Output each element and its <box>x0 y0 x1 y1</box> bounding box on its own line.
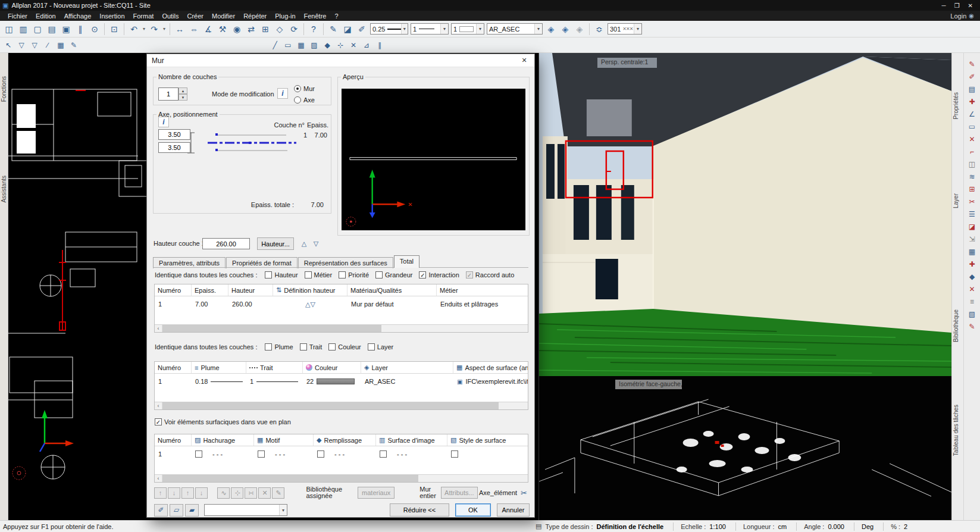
color-fill-icon[interactable]: ◆ <box>321 39 334 51</box>
reduire-button[interactable]: Réduire << <box>390 503 449 517</box>
dialog-close-icon[interactable]: ✕ <box>514 54 534 67</box>
move-up-button[interactable]: ↑ <box>181 487 194 499</box>
pipette-icon[interactable]: ✐ <box>355 23 369 36</box>
resize-tool-icon[interactable]: ⇲ <box>966 234 978 245</box>
checkbox-option[interactable]: Trait <box>300 343 323 351</box>
close-icon[interactable]: ✕ <box>968 2 973 9</box>
align-windows-icon[interactable]: ∥ <box>73 23 87 36</box>
delete-element-icon[interactable]: ✕ <box>347 39 360 51</box>
split-layer-button[interactable]: ∿ <box>217 487 230 499</box>
layer-locked-icon[interactable]: ◈ <box>572 23 587 36</box>
draft-tool-icon[interactable]: ✐ <box>966 71 978 82</box>
maximize-icon[interactable]: ❐ <box>954 2 960 9</box>
checkbox-option[interactable]: Métier <box>305 271 333 278</box>
hauteur-button[interactable]: Hauteur... <box>257 237 294 250</box>
waves-tool-icon[interactable]: ≋ <box>966 171 978 182</box>
radio-axe[interactable]: Axe <box>294 96 315 104</box>
open-document-icon[interactable]: ▤ <box>45 23 59 36</box>
corner-tool-icon[interactable]: ⌐ <box>966 146 978 157</box>
layer-current-icon[interactable]: ◈ <box>558 23 572 36</box>
layer-count-input[interactable] <box>158 87 179 101</box>
open-project-icon[interactable]: ◫ <box>2 23 16 36</box>
layer-tool-icon[interactable]: ▤ <box>966 84 978 95</box>
format-brush-icon[interactable]: ✎ <box>326 23 340 36</box>
menu-item[interactable]: Format <box>129 12 158 20</box>
format-paint-icon[interactable]: ✎ <box>67 39 80 51</box>
move-top-button[interactable]: ↑ <box>154 487 167 499</box>
measure-length-icon[interactable]: ↔ <box>173 23 187 36</box>
pattern-fill-icon[interactable]: ▨ <box>308 39 321 51</box>
list-tool-icon[interactable]: ☰ <box>966 209 978 220</box>
cut-tool-icon[interactable]: ✂ <box>966 196 978 207</box>
tab-bibliotheque[interactable]: Bibliothèque <box>953 309 959 342</box>
checkbox-option[interactable]: Priorité <box>339 271 369 278</box>
menu-item[interactable]: Fenêtre <box>300 12 331 20</box>
favorite-save-button[interactable]: ▰ <box>185 504 199 517</box>
parallel-lines-icon[interactable]: ∥ <box>373 39 386 51</box>
layer-count-spinner[interactable]: ▲ ▼ <box>158 87 187 101</box>
save-icon[interactable]: ▣ <box>59 23 73 36</box>
surface-image-checkbox[interactable] <box>380 450 387 458</box>
menu-item[interactable]: Insertion <box>95 12 129 20</box>
menu-item[interactable]: Plug-in <box>271 12 299 20</box>
undo-icon[interactable]: ↶ <box>127 23 141 36</box>
voir-elements-checkbox[interactable]: Voir éléments surfaciques dans vue en pl… <box>155 418 291 425</box>
pen-thickness-select[interactable]: 0.25▾ <box>370 23 408 35</box>
redo-icon[interactable]: ↷ <box>147 23 161 36</box>
percent-value[interactable]: 2 <box>904 523 907 530</box>
checkbox-option[interactable]: Couleur <box>328 343 361 351</box>
delete-layer-button[interactable]: ✕ <box>258 487 271 499</box>
eraser-icon[interactable]: ◪ <box>340 23 355 36</box>
table-row[interactable]: 1 7.00 260.00 △▽ Mur par défaut Enduits … <box>155 296 528 312</box>
info-icon[interactable]: i <box>277 88 288 99</box>
wall-tool-icon[interactable]: ✎ <box>966 59 978 70</box>
plus-tool-icon[interactable]: ✚ <box>966 259 978 270</box>
axe-element-icon[interactable]: ✂ <box>521 489 527 497</box>
hachurage-checkbox[interactable] <box>195 450 202 458</box>
table1-hscrollbar[interactable]: ‹ <box>155 324 528 332</box>
pipette-button[interactable]: ✐ <box>154 504 168 517</box>
erase-tool-icon[interactable]: ✕ <box>966 284 978 295</box>
remplissage-checkbox[interactable] <box>317 450 324 458</box>
window-tool-icon[interactable]: ◫ <box>966 159 978 170</box>
menu-item[interactable]: Outils <box>158 12 183 20</box>
checkbox-option[interactable]: Interaction <box>419 271 459 278</box>
menu-item[interactable]: Fichier <box>4 12 32 20</box>
menu-item[interactable]: Répéter <box>239 12 271 20</box>
tab-assistants[interactable]: Assistants <box>1 176 7 203</box>
undo-dropdown-icon[interactable]: ▾ <box>141 23 147 36</box>
project-structure-icon[interactable]: ▥ <box>16 23 30 36</box>
select-icon[interactable]: ↖ <box>2 39 15 51</box>
height-up-icon[interactable]: △ <box>299 239 309 248</box>
attributs-button[interactable]: Attributs... <box>441 487 478 499</box>
checkbox-option[interactable]: Plume <box>265 343 293 351</box>
assistant-grid-icon[interactable]: ▦ <box>54 39 67 51</box>
add-tool-icon[interactable]: ✚ <box>966 96 978 107</box>
edit-layer-button[interactable]: ✎ <box>272 487 284 499</box>
height-down-icon[interactable]: ▽ <box>311 239 321 248</box>
tab-fonctions[interactable]: Fonctions <box>1 76 7 102</box>
favorites-select[interactable]: ▾ <box>204 504 287 516</box>
rotate-view-icon[interactable]: ⟳ <box>287 23 301 36</box>
pattern-link-icon[interactable]: ≎ <box>592 23 606 36</box>
ok-button[interactable]: OK <box>455 503 491 517</box>
minimize-icon[interactable]: ─ <box>942 2 946 9</box>
copy-between-documents-icon[interactable]: ⊡ <box>107 23 121 36</box>
hatch-icon[interactable]: ▦ <box>295 39 308 51</box>
document-exchange-icon[interactable]: ⇄ <box>244 23 258 36</box>
axis-offset-top-input[interactable] <box>158 129 190 140</box>
3d-box-icon[interactable]: ◇ <box>273 23 287 36</box>
lines-tool-icon[interactable]: ≡ <box>966 296 978 307</box>
move-down-button[interactable]: ↓ <box>195 487 208 499</box>
menu-item[interactable]: Edition <box>32 12 60 20</box>
viewport-3d[interactable]: Persp. centrale:1 Isométrie face-gauche,… <box>538 53 951 520</box>
line-type-select[interactable]: 1▾ <box>411 23 449 35</box>
motif-checkbox[interactable] <box>258 450 265 458</box>
tab-proprietes[interactable]: Propriétés <box>953 92 959 120</box>
deg-value[interactable]: Deg <box>862 523 873 530</box>
table-row[interactable]: 1 - - - - - - - - - - - - <box>155 446 528 462</box>
dialog-tab[interactable]: Total <box>394 255 419 268</box>
element-filter-icon[interactable]: ▽ <box>28 39 41 51</box>
layer-select-icon[interactable]: ◈ <box>544 23 558 36</box>
radio-mur[interactable]: Mur <box>294 85 315 92</box>
